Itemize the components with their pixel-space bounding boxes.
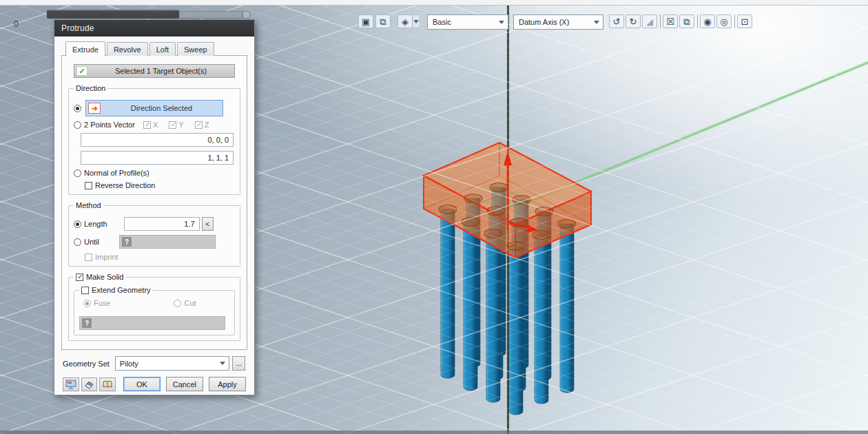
geometry-set-value: Piloty (120, 360, 138, 368)
eraser-icon (83, 380, 94, 389)
target-objects-button[interactable]: ✓ Selected 1 Target Object(s) (74, 64, 235, 78)
checkbox-icon (169, 121, 176, 129)
length-input[interactable] (124, 217, 200, 231)
direction-selected-radio[interactable] (74, 105, 81, 112)
normal-of-profiles-radio[interactable] (74, 169, 81, 177)
chevron-down-icon (220, 362, 225, 365)
tab-loft[interactable]: Loft (149, 42, 176, 56)
axis-x-label: X (153, 121, 158, 129)
question-icon: ? (122, 237, 132, 247)
make-solid-checkbox[interactable] (76, 273, 83, 281)
axis-y-label: Y (178, 121, 183, 129)
rotate-ccw-icon[interactable]: ↺ (609, 14, 624, 28)
zoom-out-icon[interactable]: ◎ (716, 14, 732, 28)
protrude-dialog: Protrude Extrude Revolve Loft Sweep ✓ Se… (54, 19, 255, 395)
deselect-all-icon[interactable]: ☒ (663, 14, 678, 28)
collapsed-panel-bar[interactable] (47, 10, 179, 19)
extend-geometry-checkbox[interactable] (81, 287, 89, 294)
checkbox-icon (143, 121, 151, 129)
help-button[interactable] (99, 378, 116, 391)
normal-of-profiles-label: Normal of Profile(s) (84, 169, 149, 177)
vector-start-input[interactable] (81, 133, 234, 147)
display-style-value: Basic (433, 18, 451, 26)
make-solid-group: Make Solid Extend Geometry Fuse (68, 273, 240, 341)
until-radio[interactable] (74, 238, 81, 246)
select-window-icon[interactable]: ▣ (358, 14, 373, 28)
method-legend: Method (74, 201, 103, 209)
tab-sweep[interactable]: Sweep (177, 42, 214, 56)
axis-z-label: Z (205, 121, 209, 129)
direction-selected-button[interactable]: ➜ Direction Selected (85, 100, 223, 116)
datum-axis-combo[interactable]: Datum Axis (X) (513, 14, 603, 30)
dialog-tabs: Extrude Revolve Loft Sweep (65, 42, 247, 56)
two-points-vector-radio[interactable] (74, 121, 81, 129)
corner-zero-label: 0 (14, 19, 19, 29)
check-icon: ✓ (76, 66, 87, 76)
direction-group: Direction ➜ Direction Selected 2 Points … (68, 84, 240, 195)
extend-geometry-label: Extend Geometry (92, 286, 151, 294)
fuse-label: Fuse (94, 299, 110, 307)
target-objects-label: Selected 1 Target Object(s) (87, 67, 234, 75)
extend-geometry-group: Extend Geometry Fuse Cut ? (74, 286, 235, 335)
tab-extrude[interactable]: Extrude (65, 41, 105, 56)
toolbar-separator (660, 14, 661, 28)
extrude-tab-page: ✓ Selected 1 Target Object(s) Direction … (61, 55, 247, 350)
direction-selected-label: Direction Selected (101, 104, 223, 112)
axis-x-checkbox[interactable]: X (143, 121, 158, 129)
snap-filter-icon[interactable]: ◈ (397, 14, 413, 28)
imprint-checkbox[interactable] (85, 254, 92, 261)
window-top-strip (0, 0, 868, 6)
monitor-icon (65, 380, 76, 389)
direction-arrow-icon: ➜ (88, 103, 101, 114)
axis-z-checkbox[interactable]: Z (195, 121, 209, 129)
toolbar-separator (697, 14, 698, 28)
until-picker-field: ? (119, 235, 216, 249)
tab-revolve[interactable]: Revolve (107, 42, 148, 56)
question-icon: ? (82, 318, 92, 328)
collapse-button[interactable]: < (202, 217, 214, 231)
fuse-radio[interactable] (83, 300, 91, 307)
window-bottom-strip (0, 431, 868, 434)
two-points-vector-label: 2 Points Vector (84, 121, 135, 129)
preview-button[interactable] (63, 378, 79, 391)
cut-radio[interactable] (174, 300, 181, 307)
datum-axis-value: Datum Axis (X) (519, 18, 569, 26)
tool-picker-field: ? (79, 316, 225, 330)
dialog-title-bar[interactable]: Protrude (54, 20, 254, 37)
reverse-direction-label: Reverse Direction (95, 181, 155, 189)
link-icon[interactable]: ⊡ (737, 14, 752, 28)
geometry-set-more-button[interactable]: ... (232, 356, 245, 371)
chevron-down-icon (499, 21, 504, 24)
reverse-direction-checkbox[interactable] (85, 182, 92, 189)
geometry-set-label: Geometry Set (63, 360, 110, 368)
zoom-in-icon[interactable]: ◉ (700, 14, 715, 28)
book-icon (102, 380, 113, 389)
application-window: 0 ▣ ⧉ ◈ Basic Datum Axis (X) ↺ ↻ ◢ ☒ ⧉ ◉… (0, 0, 868, 434)
until-label: Until (84, 238, 99, 246)
erase-button[interactable] (81, 378, 98, 391)
toolbar-separator (734, 14, 735, 28)
display-style-combo[interactable]: Basic (427, 14, 508, 30)
checkbox-icon (195, 121, 203, 129)
cancel-button[interactable]: Cancel (166, 377, 203, 391)
chevron-down-icon[interactable] (413, 14, 420, 28)
length-label: Length (84, 220, 107, 228)
rotate-cw-icon[interactable]: ↻ (626, 14, 641, 28)
make-solid-label: Make Solid (86, 273, 123, 281)
cut-label: Cut (184, 299, 196, 307)
axis-y-checkbox[interactable]: Y (169, 121, 183, 129)
apply-button[interactable]: Apply (209, 377, 246, 391)
method-group: Method Length < Until ? (68, 201, 240, 267)
length-radio[interactable] (74, 220, 81, 228)
direction-legend: Direction (74, 84, 107, 92)
ok-button[interactable]: OK (123, 377, 161, 391)
vector-end-input[interactable] (81, 151, 234, 165)
slope-icon[interactable]: ◢ (642, 14, 657, 28)
chevron-down-icon (594, 21, 599, 24)
imprint-label: Imprint (95, 253, 118, 261)
collapsed-panel-handle[interactable] (179, 11, 242, 19)
collapsed-panel-knob[interactable] (242, 11, 250, 19)
geometry-set-select[interactable]: Piloty (115, 356, 229, 371)
select-objects-icon[interactable]: ⧉ (679, 14, 694, 28)
pick-object-icon[interactable]: ⧉ (375, 14, 391, 28)
